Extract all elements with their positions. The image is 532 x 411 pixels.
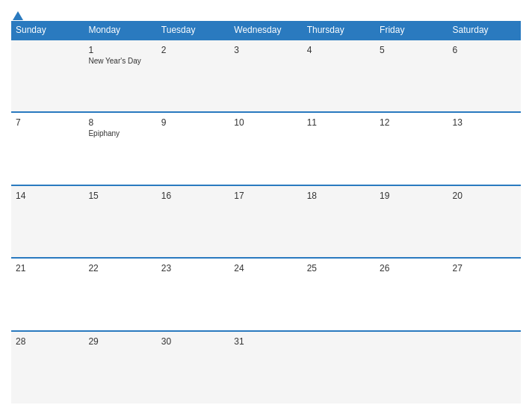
holiday-name: Epiphany [88,129,152,137]
weekday-header-saturday: Saturday [448,21,521,40]
calendar-cell: 24 [229,258,302,330]
calendar-week-row: 1New Year's Day23456 [11,40,521,112]
calendar-cell: 4 [303,40,375,112]
day-number: 20 [453,191,516,201]
calendar-cell: 20 [448,185,521,258]
day-number: 28 [16,336,79,347]
day-number: 15 [88,191,152,201]
calendar-header [11,7,521,17]
calendar-cell: 30 [157,331,229,404]
day-number: 1 [88,45,152,55]
calendar-cell: 27 [448,258,521,330]
day-number: 14 [16,191,79,201]
calendar-cell: 28 [11,331,84,404]
day-number: 19 [380,191,443,201]
calendar-cell: 10 [229,112,302,185]
day-number: 30 [161,336,225,347]
day-number: 3 [234,45,297,55]
day-number: 12 [380,117,443,128]
calendar-cell: 26 [375,258,448,330]
calendar-cell: 13 [448,112,521,185]
day-number: 10 [234,117,297,128]
logo [11,11,23,20]
holiday-name: New Year's Day [88,57,152,65]
day-number: 31 [234,336,297,347]
calendar-cell: 6 [448,40,521,112]
calendar-cell: 5 [375,40,448,112]
calendar-week-row: 78Epiphany910111213 [11,112,521,185]
day-number: 25 [307,263,371,274]
calendar-cell: 3 [229,40,302,112]
day-number: 2 [161,45,225,55]
weekday-header-wednesday: Wednesday [229,21,302,40]
calendar-week-row: 21222324252627 [11,258,521,330]
calendar-cell: 14 [11,185,84,258]
calendar-cell: 18 [303,185,375,258]
day-number: 13 [453,117,516,128]
weekday-header-monday: Monday [84,21,156,40]
calendar-cell [11,40,84,112]
day-number: 29 [88,336,152,347]
calendar-cell: 21 [11,258,84,330]
calendar-week-row: 28293031 [11,331,521,404]
day-number: 11 [307,117,371,128]
weekday-header-row: SundayMondayTuesdayWednesdayThursdayFrid… [11,21,521,40]
weekday-header-tuesday: Tuesday [157,21,229,40]
calendar-cell: 8Epiphany [84,112,156,185]
day-number: 16 [161,191,225,201]
day-number: 9 [161,117,225,128]
calendar-cell [448,331,521,404]
day-number: 4 [307,45,371,55]
day-number: 26 [380,263,443,274]
calendar-cell: 7 [11,112,84,185]
calendar-cell: 9 [157,112,229,185]
day-number: 27 [453,263,516,274]
day-number: 17 [234,191,297,201]
calendar-container: SundayMondayTuesdayWednesdayThursdayFrid… [0,0,532,411]
calendar-cell: 15 [84,185,156,258]
calendar-cell: 12 [375,112,448,185]
calendar-cell: 11 [303,112,375,185]
day-number: 23 [161,263,225,274]
day-number: 7 [16,117,79,128]
calendar-cell: 23 [157,258,229,330]
weekday-header-sunday: Sunday [11,21,84,40]
calendar-cell: 25 [303,258,375,330]
calendar-cell: 2 [157,40,229,112]
calendar-cell: 19 [375,185,448,258]
day-number: 24 [234,263,297,274]
calendar-cell: 1New Year's Day [84,40,156,112]
weekday-header-thursday: Thursday [303,21,375,40]
day-number: 6 [453,45,516,55]
calendar-week-row: 14151617181920 [11,185,521,258]
day-number: 22 [88,263,152,274]
day-number: 21 [16,263,79,274]
calendar-cell: 16 [157,185,229,258]
calendar-cell: 29 [84,331,156,404]
calendar-cell [303,331,375,404]
calendar-cell [375,331,448,404]
day-number: 8 [88,117,152,128]
day-number: 5 [380,45,443,55]
weekday-header-friday: Friday [375,21,448,40]
calendar-cell: 22 [84,258,156,330]
logo-triangle-icon [13,11,23,20]
day-number: 18 [307,191,371,201]
calendar-cell: 31 [229,331,302,404]
calendar-table: SundayMondayTuesdayWednesdayThursdayFrid… [11,21,521,404]
calendar-cell: 17 [229,185,302,258]
